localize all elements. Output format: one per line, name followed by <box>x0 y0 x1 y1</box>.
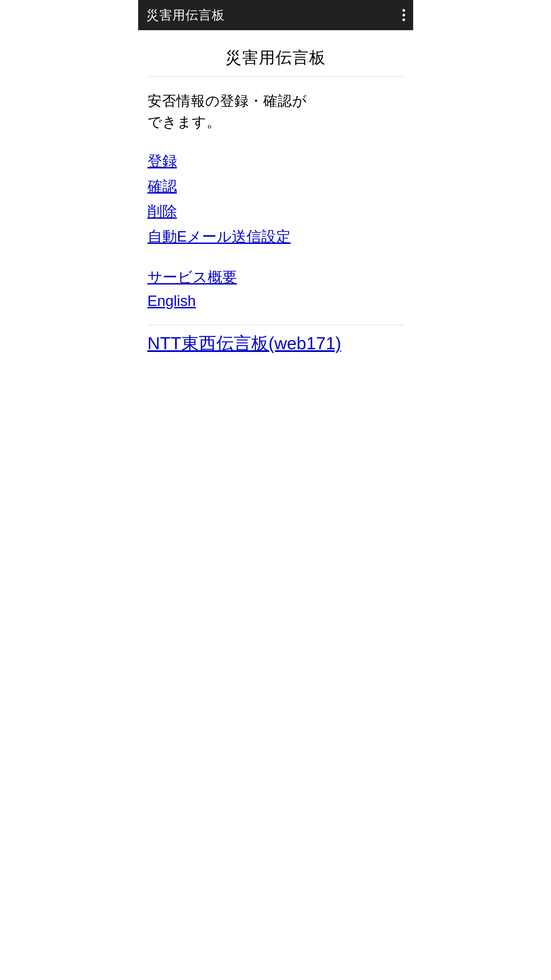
app-bar-title: 災害用伝言板 <box>146 7 225 24</box>
top-divider <box>148 76 404 77</box>
ntt-link[interactable]: NTT東西伝言板(web171) <box>148 325 404 362</box>
confirm-link[interactable]: 確認 <box>148 175 404 198</box>
description-text: 安否情報の登録・確認ができます。 <box>148 90 404 132</box>
register-link[interactable]: 登録 <box>148 149 404 173</box>
primary-links: 登録 確認 削除 自動Eメール送信設定 <box>148 149 404 248</box>
secondary-links: サービス概要 English <box>148 266 404 311</box>
page-title: 災害用伝言板 <box>148 40 404 76</box>
service-overview-link[interactable]: サービス概要 <box>148 266 404 289</box>
english-link[interactable]: English <box>148 291 404 311</box>
delete-link[interactable]: 削除 <box>148 200 404 223</box>
app-bar: 災害用伝言板 <box>138 0 413 30</box>
more-options-icon[interactable] <box>402 9 405 21</box>
email-settings-link[interactable]: 自動Eメール送信設定 <box>148 225 404 248</box>
main-content: 災害用伝言板 安否情報の登録・確認ができます。 登録 確認 削除 自動Eメール送… <box>138 30 413 372</box>
